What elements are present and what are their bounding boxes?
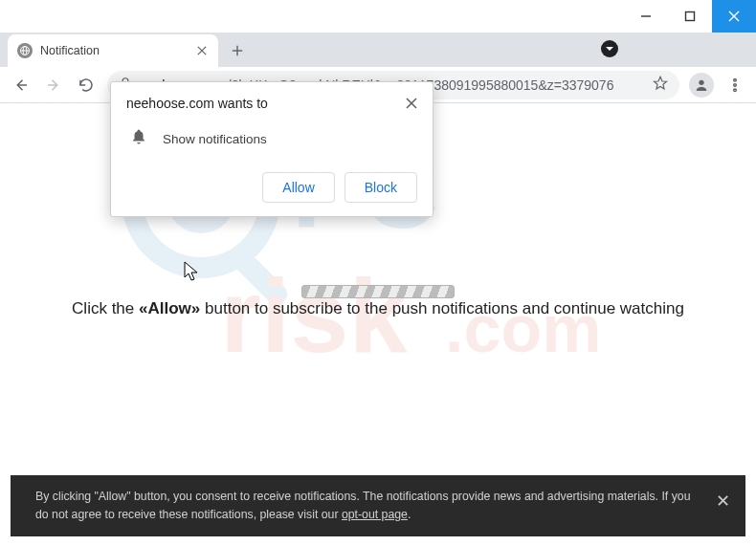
window-titlebar [0, 0, 756, 33]
back-button[interactable] [6, 70, 36, 100]
window-minimize-button[interactable] [624, 0, 668, 33]
svg-rect-1 [686, 12, 695, 21]
new-tab-button[interactable] [224, 37, 251, 64]
permission-close-button[interactable] [406, 96, 417, 113]
opt-out-link[interactable]: opt-out page [342, 508, 408, 521]
svg-marker-13 [654, 76, 666, 89]
kebab-menu-button[interactable] [720, 70, 750, 100]
tab-title: Notification [40, 44, 188, 57]
window-maximize-button[interactable] [668, 0, 712, 33]
consent-close-button[interactable]: ✕ [716, 489, 730, 515]
mouse-cursor-icon [184, 261, 199, 286]
profile-avatar[interactable] [689, 73, 714, 98]
globe-icon [17, 43, 33, 58]
instruction-text: Click the «Allow» button to subscribe to… [0, 299, 756, 318]
svg-point-17 [734, 88, 737, 91]
reload-button[interactable] [71, 70, 101, 100]
notification-permission-dialog: neehoose.com wants to Show notifications… [110, 81, 434, 217]
bell-icon [130, 128, 147, 149]
browser-tab[interactable]: Notification [8, 34, 218, 67]
consent-banner: By clicking "Allow" button, you consent … [11, 475, 745, 536]
permission-title: neehoose.com wants to [126, 96, 268, 111]
tab-strip: Notification [0, 33, 756, 67]
svg-point-16 [734, 83, 737, 86]
window-close-button[interactable] [712, 0, 756, 33]
block-button[interactable]: Block [345, 172, 417, 203]
loading-bar [301, 285, 455, 298]
tab-close-button[interactable] [195, 44, 209, 57]
svg-point-15 [734, 78, 737, 81]
bookmark-star-icon[interactable] [653, 76, 668, 95]
allow-button[interactable]: Allow [262, 172, 334, 203]
consent-text: By clicking "Allow" button, you consent … [35, 490, 691, 521]
forward-button[interactable] [38, 70, 69, 100]
svg-point-14 [699, 79, 703, 84]
extension-icon[interactable] [601, 40, 618, 57]
permission-item-label: Show notifications [163, 132, 267, 146]
